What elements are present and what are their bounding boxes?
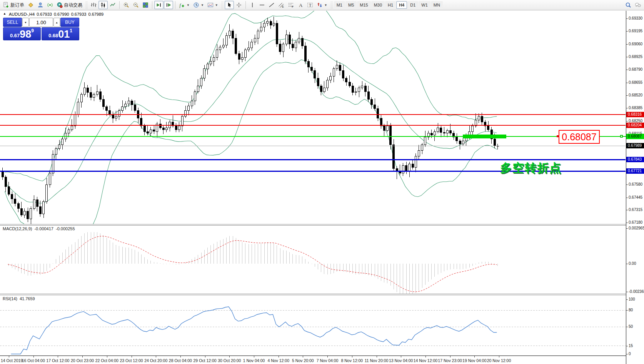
toolbar-chart-shift-button[interactable] <box>164 1 173 9</box>
toolbar-new-order-button[interactable]: 新订单 <box>2 1 26 9</box>
time-tick <box>377 356 377 357</box>
time-label: 1 Nov 04:00 <box>243 358 265 363</box>
zoom-out-icon <box>133 2 139 8</box>
macd-axis-label: 0.00 <box>629 261 636 266</box>
toolbar-line-chart-button[interactable] <box>108 1 117 9</box>
time-label: 20 Oct 23:00 <box>71 358 94 363</box>
toolbar-tf-mn[interactable]: MN <box>431 1 443 9</box>
toolbar-search-button[interactable] <box>624 1 633 9</box>
time-tick <box>9 356 9 357</box>
price-tick: 0.68925 <box>629 55 642 59</box>
level-price-label: 0.68316 <box>626 112 644 117</box>
rsi-label: RSI(14) 41.7659 <box>3 296 35 301</box>
time-label: 11 Nov 20:00 <box>365 358 389 363</box>
toolbar-tf-d1[interactable]: D1 <box>407 1 418 9</box>
toolbar-chart-profiles-button[interactable] <box>26 1 35 9</box>
toolbar-zoom-out-button[interactable] <box>131 1 140 9</box>
chart-shift-icon <box>165 2 172 8</box>
toolbar-text-label-button[interactable]: T <box>305 1 315 9</box>
toolbar-candlestick-chart-button[interactable] <box>98 1 108 9</box>
price-tick: 0.68385 <box>629 106 642 110</box>
price-tick: 0.67580 <box>629 182 642 186</box>
time-label: 22 Oct 04:00 <box>95 358 118 363</box>
macd-panel[interactable] <box>0 226 626 294</box>
toolbar-tf-w1[interactable]: W1 <box>419 1 430 9</box>
toolbar-crosshair-button[interactable] <box>234 1 244 9</box>
toolbar-auto-trading-button[interactable]: 自动交易 <box>55 1 84 9</box>
volume-decrease-button[interactable]: ▼ <box>22 18 29 27</box>
main-price-chart[interactable] <box>0 11 626 224</box>
highlight-zone[interactable] <box>463 135 506 138</box>
toolbar-arrows-button[interactable]: ▼ <box>315 1 329 9</box>
auto-scroll-icon <box>156 2 162 8</box>
toolbar-auto-scroll-button[interactable] <box>154 1 164 9</box>
toolbar-separator <box>119 1 120 9</box>
time-label: 17 Oct 12:00 <box>46 358 69 363</box>
toolbar-tf-h4[interactable]: H4 <box>396 1 407 9</box>
price-tick: 0.67180 <box>629 220 642 224</box>
ohlc-low: 0.67933 <box>71 12 87 17</box>
sell-button[interactable]: SELL <box>3 18 22 27</box>
chart-line-icon <box>110 2 116 8</box>
time-label: 14 Nov 12:00 <box>414 358 437 363</box>
time-label: 24 Oct 20:00 <box>144 358 167 363</box>
crosshair-icon <box>236 2 242 8</box>
toolbar-market-watch-button[interactable] <box>36 1 45 9</box>
toolbar-templates-button[interactable]: ▼ <box>206 1 220 9</box>
svg-text:T: T <box>309 3 312 7</box>
rsi-axis-label: 15 <box>629 344 633 348</box>
toolbar-tf-m30[interactable]: M30 <box>371 1 385 9</box>
time-axis[interactable]: 14 Oct 201916 Oct 04:0017 Oct 12:0020 Oc… <box>0 356 626 364</box>
toolbar-separator <box>152 1 152 9</box>
toolbar-tf-h1[interactable]: H1 <box>385 1 396 9</box>
buy-price[interactable]: 0.68 01 1 <box>42 27 79 40</box>
toolbar-periods-button[interactable]: ▼ <box>192 1 205 9</box>
time-tick <box>474 356 475 357</box>
toolbar-tf-m5[interactable]: M5 <box>345 1 357 9</box>
level-price-label: 0.68087 <box>626 134 644 139</box>
volume-input[interactable] <box>29 18 53 27</box>
rsi-line <box>11 307 497 354</box>
toolbar-bar-chart-button[interactable] <box>89 1 98 9</box>
time-tick <box>229 356 230 357</box>
text-icon: A <box>297 2 304 8</box>
fibo-icon: F <box>288 2 294 8</box>
svg-text:A: A <box>299 2 303 8</box>
time-tick <box>279 356 279 357</box>
toolbar-tf-m15[interactable]: M15 <box>357 1 370 9</box>
time-label: 5 Nov 20:00 <box>292 358 314 363</box>
one-click-trading-panel: SELL ▼ ▲ BUY 0.67 98 9 0.68 01 1 <box>3 18 79 40</box>
time-label: 16 Oct 04:00 <box>22 358 45 363</box>
macd-value-main: -0.000417 <box>34 226 53 231</box>
sell-price[interactable]: 0.67 98 9 <box>3 27 41 40</box>
time-tick <box>132 356 132 357</box>
volume-increase-button[interactable]: ▲ <box>53 18 60 27</box>
time-tick <box>352 356 352 357</box>
collapse-panel-icon[interactable]: ▲ <box>3 12 6 17</box>
toolbar-zoom-in-button[interactable] <box>122 1 131 9</box>
search-icon <box>625 2 631 8</box>
rsi-panel[interactable] <box>0 295 626 356</box>
toolbar-signals-button[interactable] <box>45 1 55 9</box>
toolbar-chat-button[interactable] <box>633 1 642 9</box>
svg-text:f: f <box>180 3 182 8</box>
pivot-annotation-text[interactable]: 多空转折点 <box>500 160 562 176</box>
toolbar-horizontal-line-button[interactable] <box>257 1 267 9</box>
toolbar-tile-windows-button[interactable] <box>141 1 150 9</box>
toolbar-indicators-button[interactable]: f▼ <box>177 1 191 9</box>
price-tick: 0.68250 <box>629 119 642 123</box>
price-callout-box[interactable]: 0.68087 <box>559 130 600 144</box>
toolbar-tf-m1[interactable]: M1 <box>334 1 345 9</box>
toolbar-vertical-line-button[interactable] <box>248 1 257 9</box>
arrows-icon <box>317 2 323 8</box>
toolbar-cursor-button[interactable] <box>225 1 234 9</box>
toolbar-equidistant-channel-button[interactable]: E <box>277 1 286 9</box>
price-axis[interactable]: 0.693300.691950.690600.689250.687900.686… <box>626 11 644 364</box>
trendline-icon <box>269 2 275 8</box>
toolbar-fibonacci-button[interactable]: F <box>286 1 295 9</box>
toolbar-text-button[interactable]: A <box>296 1 305 9</box>
toolbar-trend-line-button[interactable] <box>267 1 276 9</box>
tile-windows-icon <box>142 2 148 8</box>
buy-button[interactable]: BUY <box>60 18 79 27</box>
callout-anchor-square <box>620 135 623 138</box>
